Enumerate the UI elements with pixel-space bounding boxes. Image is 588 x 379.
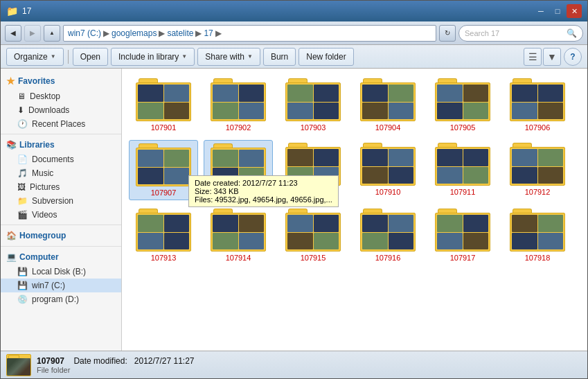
folder-label: 107916 xyxy=(356,254,420,262)
folder-tile xyxy=(314,149,339,166)
folder-tile xyxy=(538,85,564,102)
folder-tile xyxy=(437,103,463,120)
folder-tile xyxy=(538,103,564,120)
include-library-button[interactable]: Include in library ▼ xyxy=(111,48,195,66)
view-dropdown-button[interactable]: ▼ xyxy=(543,48,561,66)
folder-tile xyxy=(239,233,265,250)
main-area: ★ Favorites 🖥 Desktop ⬇ Downloads 🕐 Rece… xyxy=(1,69,587,351)
close-button[interactable]: ✕ xyxy=(567,4,582,18)
folder-item-107910[interactable]: 107910 xyxy=(353,140,422,200)
folder-tile xyxy=(538,233,564,250)
toolbar: Organize ▼ Open Include in library ▼ Sha… xyxy=(1,45,587,69)
folder-tile xyxy=(314,85,339,102)
folder-item-107906[interactable]: 107906 xyxy=(503,76,572,134)
folder-tile xyxy=(213,103,238,120)
folder-item-107907[interactable]: 107907Date created: 2012/7/27 11:23Size:… xyxy=(129,140,198,200)
folder-item-107904[interactable]: 107904 xyxy=(353,76,422,134)
sidebar-item-program-d[interactable]: 💿 program (D:) xyxy=(1,292,121,306)
breadcrumb-googlemaps[interactable]: googlemaps xyxy=(112,28,157,38)
new-folder-button[interactable]: New folder xyxy=(299,48,353,66)
folder-label: 107911 xyxy=(431,188,495,196)
folder-tile xyxy=(362,167,388,184)
folder-label: 107904 xyxy=(356,123,420,132)
folder-item-107918[interactable]: 107918 xyxy=(503,206,572,265)
search-icon: 🔍 xyxy=(567,28,577,38)
sidebar-item-desktop[interactable]: 🖥 Desktop xyxy=(1,89,121,103)
status-folder-name: 107907 xyxy=(37,356,64,366)
folder-tile xyxy=(239,215,265,232)
folder-tile xyxy=(389,103,414,120)
sidebar-item-music[interactable]: 🎵 Music xyxy=(1,166,121,180)
breadcrumb-satelite[interactable]: satelite xyxy=(167,28,193,38)
sidebar-item-downloads[interactable]: ⬇ Downloads xyxy=(1,103,121,117)
folder-label: 107901 xyxy=(132,123,195,132)
folder-tile xyxy=(538,149,564,166)
help-button[interactable]: ? xyxy=(564,48,582,66)
folder-item-107901[interactable]: 107901 xyxy=(129,76,198,134)
folder-item-107902[interactable]: 107902 xyxy=(204,76,273,134)
folder-tile xyxy=(287,103,313,120)
sidebar-item-local-disk-b[interactable]: 💾 Local Disk (B:) xyxy=(1,265,121,279)
share-with-button[interactable]: Share with ▼ xyxy=(197,48,260,66)
desktop-icon: 🖥 xyxy=(17,91,26,101)
sidebar-item-subversion[interactable]: 📁 Subversion xyxy=(1,194,121,208)
sidebar-item-documents[interactable]: 📄 Documents xyxy=(1,152,121,166)
breadcrumb-17[interactable]: 17 xyxy=(204,28,213,38)
back-button[interactable]: ◀ xyxy=(5,25,21,42)
share-with-dropdown-icon: ▼ xyxy=(247,53,253,60)
folder-tile xyxy=(538,215,564,232)
sidebar-item-recent-places[interactable]: 🕐 Recent Places xyxy=(1,117,121,131)
sidebar-favorites-header[interactable]: ★ Favorites xyxy=(1,73,121,89)
folder-item-107914[interactable]: 107914 xyxy=(204,206,273,265)
maximize-button[interactable]: □ xyxy=(550,4,565,18)
sidebar-item-videos[interactable]: 🎬 Videos xyxy=(1,208,121,222)
folder-tile xyxy=(389,167,414,184)
sidebar-item-pictures[interactable]: 🖼 Pictures xyxy=(1,180,121,194)
folder-tile xyxy=(437,233,463,250)
window-title: 17 xyxy=(22,6,31,16)
folder-item-107916[interactable]: 107916 xyxy=(353,206,422,265)
burn-button[interactable]: Burn xyxy=(263,48,296,66)
folder-item-107908[interactable]: 107908 xyxy=(204,140,273,200)
folder-item-107911[interactable]: 107911 xyxy=(428,140,497,200)
refresh-button[interactable]: ↻ xyxy=(439,25,456,42)
breadcrumb[interactable]: win7 (C:) ▶ googlemaps ▶ satelite ▶ 17 ▶ xyxy=(63,25,436,42)
minimize-button[interactable]: ─ xyxy=(533,4,549,18)
folder-tile xyxy=(437,167,463,184)
folder-tile xyxy=(389,85,414,102)
search-input[interactable]: Search 17 🔍 xyxy=(458,25,583,42)
sidebar-item-win7-c[interactable]: 💾 win7 (C:) xyxy=(1,279,121,292)
favorites-star-icon: ★ xyxy=(6,76,15,87)
folder-tile xyxy=(239,168,265,185)
folder-label: 107906 xyxy=(506,123,569,132)
view-toggle-button[interactable]: ☰ xyxy=(524,48,542,66)
open-button[interactable]: Open xyxy=(73,48,108,66)
sidebar-computer-header[interactable]: 💻 Computer xyxy=(1,249,121,265)
folder-tile xyxy=(463,233,489,250)
folder-tile xyxy=(138,168,163,185)
subversion-icon: 📁 xyxy=(17,196,28,206)
sidebar-libraries-header[interactable]: 📚 Libraries xyxy=(1,137,121,152)
status-folder-icon xyxy=(6,354,31,376)
forward-button[interactable]: ▶ xyxy=(24,25,41,42)
toolbar-separator-1 xyxy=(68,50,69,64)
folder-tile xyxy=(314,167,339,184)
computer-icon: 💻 xyxy=(6,252,17,262)
include-library-dropdown-icon: ▼ xyxy=(181,53,187,60)
folder-item-107912[interactable]: 107912 xyxy=(503,140,572,200)
folder-tile xyxy=(138,215,163,232)
sidebar-homegroup-header[interactable]: 🏠 Homegroup xyxy=(1,228,121,243)
folder-item-107913[interactable]: 107913 xyxy=(129,206,198,265)
folder-tile xyxy=(164,103,190,120)
folder-item-107909[interactable]: 107909 xyxy=(278,140,348,200)
breadcrumb-drive[interactable]: win7 (C:) xyxy=(68,28,101,38)
folder-label: 107905 xyxy=(431,123,495,132)
status-text: 107907 Date modified: 2012/7/27 11:27 Fi… xyxy=(37,356,195,374)
folder-tile xyxy=(164,85,190,102)
folder-item-107903[interactable]: 107903 xyxy=(278,76,348,134)
organize-button[interactable]: Organize ▼ xyxy=(6,48,64,66)
folder-item-107905[interactable]: 107905 xyxy=(428,76,497,134)
folder-item-107917[interactable]: 107917 xyxy=(428,206,497,265)
folder-item-107915[interactable]: 107915 xyxy=(278,206,348,265)
up-button[interactable]: ▲ xyxy=(44,25,60,42)
